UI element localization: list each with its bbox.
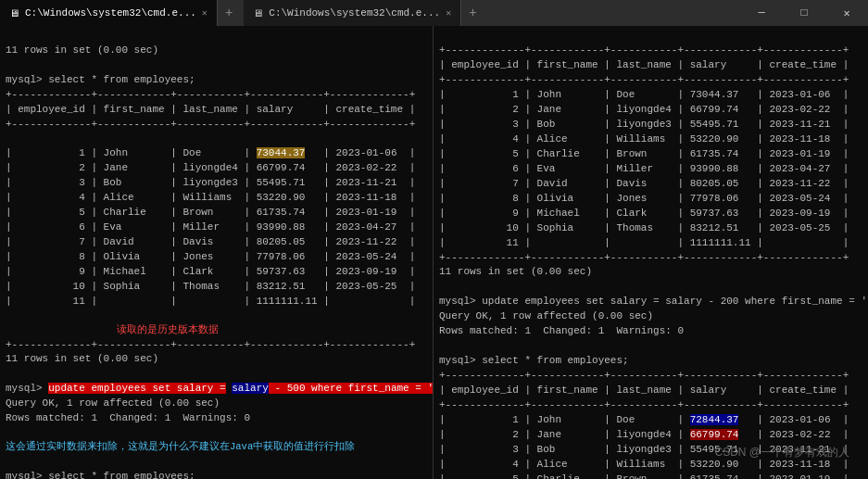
right-header: +-------------+------------+-----------+… [439, 44, 862, 479]
taskbar: 🖥 C:\Windows\system32\cmd.e... ✕ + 🖥 C:\… [0, 0, 868, 26]
left-output: 11 rows in set (0.00 sec) mysql> select … [6, 44, 427, 132]
left-new-tab[interactable]: + [218, 0, 240, 26]
maximize-button[interactable]: □ [783, 0, 825, 26]
annotation-realtime: 这会通过实时数据来扣除，这就是为什么不建议在Java中获取的值进行行扣除 [6, 440, 427, 454]
cmd-icon: 🖥 [9, 7, 19, 19]
left-table1: | 1 | John | Doe | 73044.37 | 2023-01-06… [6, 146, 427, 309]
annotation-history: 读取的是历史版本数据 [117, 323, 219, 337]
right-window-tab[interactable]: 🖥 C:\Windows\system32\cmd.e... ✕ [244, 0, 461, 26]
close-button[interactable]: ✕ [825, 0, 868, 26]
left-divider1: +-------------+------------+-----------+… [6, 338, 427, 368]
minimize-button[interactable]: ─ [740, 0, 783, 26]
left-tab-close[interactable]: ✕ [202, 7, 208, 19]
right-panel: +-------------+------------+-----------+… [434, 26, 868, 479]
left-cmd-select2: mysql> select * from employees; +-------… [6, 470, 427, 479]
right-tab-title: C:\Windows\system32\cmd.e... [269, 7, 440, 19]
main-area: 11 rows in set (0.00 sec) mysql> select … [0, 26, 868, 479]
watermark: CSDN @一个有梦有戏的人 [714, 445, 849, 460]
left-cmd-update: mysql> update employees set salary = sal… [6, 382, 427, 426]
left-panel: 11 rows in set (0.00 sec) mysql> select … [0, 26, 434, 479]
right-new-tab[interactable]: + [461, 0, 484, 26]
left-tab-title: C:\Windows\system32\cmd.e... [25, 7, 196, 19]
right-tab-close[interactable]: ✕ [446, 7, 451, 19]
left-window-tab[interactable]: 🖥 C:\Windows\system32\cmd.e... ✕ [0, 0, 218, 26]
cmd-icon2: 🖥 [253, 7, 263, 19]
left-panel-content: 11 rows in set (0.00 sec) mysql> select … [0, 26, 433, 479]
right-panel-content: +-------------+------------+-----------+… [434, 26, 868, 479]
window-controls: ─ □ ✕ [740, 0, 868, 26]
